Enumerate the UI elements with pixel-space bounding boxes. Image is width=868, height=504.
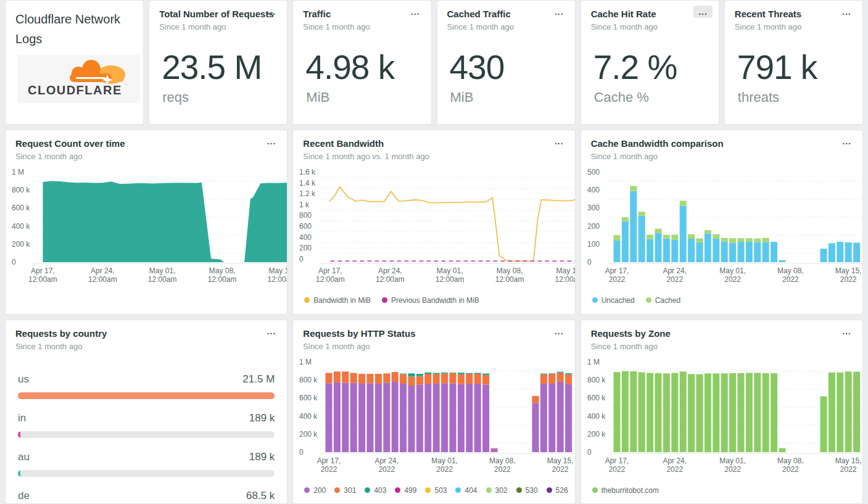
panel-title: Cache Hit Rate: [591, 8, 709, 20]
stat-unit: threats: [738, 89, 862, 105]
svg-text:May 15,12:00am: May 15,12:00am: [268, 266, 288, 284]
zone-legend: theburritobot.com: [592, 486, 862, 495]
legend-item[interactable]: 526: [547, 486, 568, 495]
stat-panel-recent-threats: Recent Threats Since 1 month ago ... 791…: [724, 0, 863, 125]
svg-text:May 08,12:00am: May 08,12:00am: [208, 266, 237, 284]
stat-unit: reqs: [162, 89, 287, 105]
country-value: 189 k: [249, 451, 275, 463]
dashboard-title: Cloudflare Network Logs: [6, 1, 143, 49]
panel-menu-icon[interactable]: ...: [262, 135, 281, 147]
legend-item[interactable]: 403: [365, 486, 386, 495]
stat-panel-cache-hit-rate: Cache Hit Rate Since 1 month ago ... 7.2…: [581, 0, 719, 125]
svg-text:200: 200: [587, 221, 600, 230]
cloudflare-wordmark: CLOUDFLARE: [28, 83, 122, 97]
svg-text:May 15,2022: May 15,2022: [835, 456, 862, 474]
legend-label: Bandwidth in MiB: [313, 296, 371, 305]
legend-label: 499: [404, 486, 416, 495]
svg-text:1 M: 1 M: [12, 168, 24, 176]
http-status-legend: 200301403499503404302530526524: [304, 486, 574, 495]
legend-item[interactable]: theburritobot.com: [592, 486, 659, 495]
svg-text:800 k: 800 k: [12, 186, 30, 194]
legend-item[interactable]: 404: [455, 486, 477, 495]
cloudflare-logo-icon: CLOUDFLARE ': [27, 60, 131, 98]
svg-text:Apr 17,12:00am: Apr 17,12:00am: [28, 266, 57, 284]
panel-menu-icon[interactable]: ...: [550, 6, 569, 18]
legend-item[interactable]: 302: [486, 486, 508, 495]
panel-title: Total Number of Requests: [159, 8, 277, 20]
panel-menu-icon[interactable]: ...: [406, 6, 425, 18]
svg-text:600 k: 600 k: [299, 394, 318, 402]
stat-value: 23.5 M: [162, 48, 287, 87]
panel-subtitle: Since 1 month ago vs. 1 month ago: [303, 152, 564, 161]
legend-item[interactable]: Bandwidth in MiB: [304, 296, 371, 305]
legend-item[interactable]: Cached: [646, 296, 680, 305]
country-bar[interactable]: [18, 392, 275, 399]
svg-text:600: 600: [299, 221, 312, 230]
svg-text:200: 200: [299, 244, 312, 252]
panel-subtitle: Since 1 month ago: [591, 22, 709, 31]
legend-dot-icon: [516, 487, 522, 493]
panel-subtitle: Since 1 month ago: [159, 22, 277, 31]
stat-panel-total-requests: Total Number of Requests Since 1 month a…: [149, 0, 287, 125]
stat-unit: MiB: [450, 89, 575, 105]
stat-value: 7.2 %: [593, 48, 719, 87]
legend-label: 200: [313, 486, 326, 495]
http-status-chart[interactable]: 1 M800 k600 k400 k200 k0Apr 17,2022Apr 2…: [293, 353, 575, 486]
panel-menu-icon[interactable]: ...: [262, 325, 281, 337]
legend-dot-icon: [592, 297, 598, 303]
country-value: 68.5 k: [246, 490, 275, 502]
legend-dot-icon: [395, 487, 400, 493]
svg-text:800 k: 800 k: [587, 376, 606, 384]
panel-title: Recent Bandwidth: [303, 138, 564, 150]
bandwidth-chart[interactable]: 1.6 k1.4 k1.2 k1 k8006004002000Apr 17,12…: [293, 163, 575, 296]
legend-item[interactable]: Previous Bandwidth in MiB: [382, 296, 479, 305]
panel-menu-icon[interactable]: ...: [837, 135, 856, 147]
cache-bandwidth-chart[interactable]: 5004003002001000Apr 17,2022Apr 24,2022Ma…: [581, 163, 863, 296]
svg-text:1.2 k: 1.2 k: [299, 189, 316, 198]
legend-item[interactable]: 530: [516, 486, 538, 495]
panel-title: Requests by HTTP Status: [303, 328, 564, 340]
svg-text:May 01,12:00am: May 01,12:00am: [148, 266, 177, 284]
legend-item[interactable]: 499: [395, 486, 416, 495]
panel-menu-icon[interactable]: ...: [262, 6, 281, 18]
svg-text:May 01,2022: May 01,2022: [719, 266, 746, 284]
svg-text:0: 0: [587, 448, 592, 456]
dashboard: Cloudflare Network Logs CLOUDFLARE ': [0, 0, 868, 504]
svg-text:1 k: 1 k: [299, 200, 310, 209]
country-row-au: au 189 k: [18, 451, 275, 477]
svg-text:0: 0: [12, 258, 16, 266]
svg-text:400: 400: [299, 233, 312, 241]
legend-dot-icon: [382, 297, 387, 303]
legend-label: 526: [556, 486, 568, 495]
country-bar[interactable]: [18, 470, 20, 477]
panel-subtitle: Since 1 month ago: [591, 152, 853, 161]
legend-item[interactable]: 301: [334, 486, 356, 495]
legend-dot-icon: [455, 487, 461, 493]
request-count-chart[interactable]: 1 M800 k600 k400 k200 k0Apr 17,12:00amAp…: [6, 163, 287, 296]
svg-text:May 08,12:00am: May 08,12:00am: [495, 266, 524, 284]
svg-text:May 15,2022: May 15,2022: [547, 456, 574, 474]
panel-menu-icon[interactable]: ...: [550, 325, 569, 337]
legend-label: Previous Bandwidth in MiB: [391, 296, 479, 305]
svg-text:1 M: 1 M: [587, 358, 600, 366]
panel-menu-icon[interactable]: ...: [550, 135, 569, 147]
svg-text:400 k: 400 k: [299, 411, 318, 420]
legend-item[interactable]: 200: [304, 486, 326, 495]
chart-panel-requests-by-zone: Requests by Zone Since 1 month ago ... 1…: [581, 320, 863, 504]
svg-text:May 01,2022: May 01,2022: [432, 456, 458, 474]
country-bar[interactable]: [18, 431, 20, 438]
legend-label: Uncached: [601, 296, 635, 305]
panel-menu-icon[interactable]: ...: [837, 6, 856, 18]
stat-panel-cached-traffic: Cached Traffic Since 1 month ago ... 430…: [437, 0, 576, 125]
panel-menu-icon[interactable]: ...: [837, 325, 856, 337]
bandwidth-legend: Bandwidth in MiBPrevious Bandwidth in Mi…: [304, 296, 574, 305]
legend-dot-icon: [334, 487, 340, 493]
legend-item[interactable]: Uncached: [592, 296, 635, 305]
panel-menu-icon[interactable]: ...: [693, 6, 713, 18]
country-row-us: us 21.5 M: [18, 373, 275, 399]
svg-text:800 k: 800 k: [299, 376, 318, 384]
legend-label: 301: [344, 486, 356, 495]
zone-chart[interactable]: 1 M800 k600 k400 k200 k0Apr 17,2022Apr 2…: [581, 353, 863, 486]
legend-item[interactable]: 503: [425, 486, 447, 495]
legend-dot-icon: [592, 487, 598, 493]
